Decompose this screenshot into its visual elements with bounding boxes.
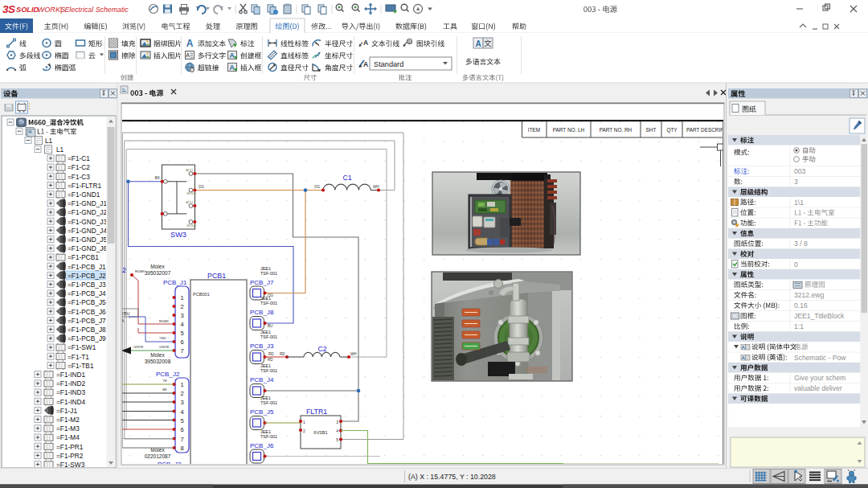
svg-text:6VSB1: 6VSB1	[313, 430, 327, 435]
svg-text:1:1: 1:1	[794, 322, 804, 330]
svg-text:L1: L1	[45, 137, 53, 145]
svg-text:3: 3	[180, 399, 183, 406]
svg-text:RD: RD	[280, 352, 285, 356]
svg-text:1: 1	[303, 420, 305, 424]
svg-text:2: 2	[303, 429, 305, 433]
svg-text:7: 7	[180, 436, 183, 443]
svg-text:A: A	[742, 345, 746, 350]
svg-text:3S: 3S	[2, 3, 15, 15]
svg-text:=F1-C1: =F1-C1	[68, 154, 90, 162]
svg-text:5: 5	[336, 437, 338, 442]
svg-text:=F1-PCB1: =F1-PCB1	[68, 253, 99, 261]
svg-text:RD: RD	[268, 358, 273, 362]
svg-text:TSF-001: TSF-001	[260, 301, 277, 306]
svg-text:0: 0	[794, 260, 798, 269]
svg-text:3: 3	[180, 312, 183, 319]
svg-text:GNYE: GNYE	[133, 345, 144, 349]
svg-text:TSF-001: TSF-001	[260, 400, 277, 405]
svg-text:A: A	[229, 64, 234, 72]
svg-text:=F1-GND_J1: =F1-GND_J1	[68, 199, 107, 207]
svg-text:C1: C1	[342, 174, 351, 182]
svg-text:Molex: Molex	[150, 264, 165, 269]
svg-text:MODE: MODE	[187, 224, 197, 228]
svg-text:=F1-IND4: =F1-IND4	[56, 398, 86, 406]
svg-text:Electrical Schematic: Electrical Schematic	[65, 6, 129, 14]
svg-text:L1: L1	[56, 146, 64, 154]
svg-text:PCB_J1: PCB_J1	[163, 279, 187, 286]
svg-text:A: A	[742, 355, 746, 360]
svg-text:TSF-001: TSF-001	[260, 271, 277, 276]
svg-text:A: A	[475, 39, 481, 48]
svg-text:TSF-001: TSF-001	[260, 434, 277, 439]
svg-text:0.16: 0.16	[794, 301, 808, 310]
svg-text:=F1-IND2: =F1-IND2	[56, 379, 86, 388]
svg-text:=F1-GND_J3: =F1-GND_J3	[68, 218, 107, 226]
svg-text:395032008: 395032008	[145, 359, 171, 364]
svg-text:=F1-PCB_J6: =F1-PCB_J6	[68, 308, 106, 316]
svg-text:ALT2: ALT2	[186, 201, 193, 204]
svg-text:SOLID: SOLID	[16, 6, 39, 14]
svg-text:=F1-GND1: =F1-GND1	[68, 191, 100, 199]
svg-text:RD: RD	[268, 352, 274, 356]
svg-text:A: A	[363, 39, 368, 47]
svg-text:022012087: 022012087	[145, 453, 171, 459]
svg-text:=F1-PR1: =F1-PR1	[56, 443, 84, 451]
svg-text:Give your schem: Give your schem	[794, 374, 845, 382]
svg-text:TSF-001: TSF-001	[260, 368, 277, 373]
svg-text:=F1-PCB_J3: =F1-PCB_J3	[68, 281, 106, 289]
svg-text:Standard: Standard	[374, 60, 403, 68]
svg-text:SW3: SW3	[170, 231, 186, 239]
svg-text:BK: BK	[162, 388, 167, 392]
svg-text:=F1-PR2: =F1-PR2	[56, 452, 84, 460]
svg-text:6: 6	[180, 338, 183, 346]
svg-text:A: A	[229, 51, 234, 59]
svg-text:OG: OG	[199, 185, 205, 189]
svg-text:4: 4	[180, 408, 183, 416]
svg-text:A: A	[186, 52, 190, 58]
svg-text:PCB_J8: PCB_J8	[250, 309, 274, 316]
svg-text:RDBK: RDBK	[159, 319, 169, 323]
svg-text:=F1-PCB_J5: =F1-PCB_J5	[68, 298, 106, 306]
svg-text:6: 6	[180, 426, 183, 433]
svg-text:2: 2	[180, 390, 183, 397]
svg-text:1: 1	[180, 294, 183, 301]
svg-text:ALT1: ALT1	[186, 169, 193, 172]
svg-text:SHT: SHT	[646, 127, 657, 133]
svg-text:4: 4	[336, 429, 338, 433]
svg-text:FLTR1: FLTR1	[306, 408, 327, 416]
svg-text:A: A	[186, 38, 194, 49]
svg-text:PART DESCRIP: PART DESCRIP	[686, 127, 724, 133]
svg-text:ITEM: ITEM	[528, 127, 540, 133]
svg-text:YE: YE	[162, 379, 167, 383]
svg-text:=F1-PCB_J7: =F1-PCB_J7	[68, 317, 106, 325]
svg-text:PCB1: PCB1	[207, 272, 226, 280]
svg-text:PCB_J2: PCB_J2	[156, 371, 180, 378]
svg-text:WH: WH	[350, 352, 357, 356]
svg-text:PCB_J5: PCB_J5	[250, 408, 274, 416]
svg-text:=F1-PCB_J2: =F1-PCB_J2	[68, 272, 106, 280]
svg-text:=F1-GND_J5: =F1-GND_J5	[68, 236, 107, 244]
svg-text:=F1-TB1: =F1-TB1	[68, 362, 94, 370]
svg-text:PCB001: PCB001	[193, 292, 210, 297]
svg-text:WH: WH	[373, 185, 379, 189]
svg-text:8: 8	[180, 445, 183, 452]
svg-text:PCB_J6: PCB_J6	[250, 442, 274, 449]
svg-text:=F1-GND_J2: =F1-GND_J2	[68, 208, 107, 216]
svg-text:PCB_J7: PCB_J7	[250, 279, 274, 286]
svg-text:valuable deliver: valuable deliver	[794, 384, 842, 392]
svg-text:4: 4	[180, 321, 183, 328]
svg-text:|: |	[60, 6, 62, 14]
svg-text:1: 1	[180, 381, 183, 388]
svg-text:A: A	[363, 60, 368, 68]
svg-text:5: 5	[180, 417, 183, 424]
svg-text:395032007: 395032007	[145, 270, 171, 276]
svg-text:YBU: YBU	[121, 311, 130, 316]
svg-text:=F1-T1: =F1-T1	[68, 353, 89, 361]
svg-text:PART NO. RH: PART NO. RH	[600, 127, 633, 133]
svg-text:(A) X : 15.4775, Y : 10.2028: (A) X : 15.4775, Y : 10.2028	[408, 473, 496, 481]
svg-text:YBU: YBU	[159, 336, 166, 340]
svg-text:MODE: MODE	[187, 192, 197, 195]
svg-text:=F1-SW1: =F1-SW1	[68, 343, 96, 351]
svg-text:=F1-GND_J4: =F1-GND_J4	[68, 227, 107, 235]
svg-text:=F1-GND_J6: =F1-GND_J6	[68, 244, 107, 252]
